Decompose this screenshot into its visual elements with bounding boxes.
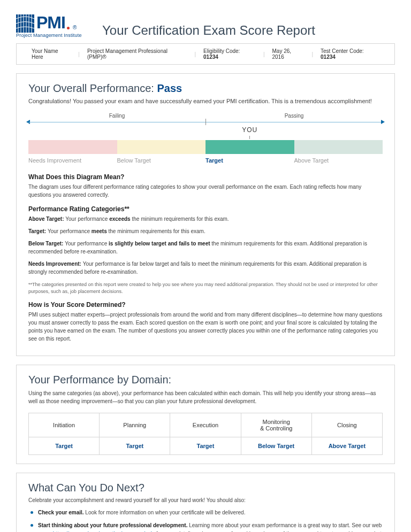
domain-val-initiation: Target: [29, 437, 100, 455]
bar-labels: Needs Improvement Below Target Target Ab…: [28, 157, 383, 164]
list-item: Check your email. Look for more informat…: [31, 508, 383, 517]
registered-mark: ®: [73, 25, 77, 30]
label-target: Target: [206, 157, 294, 164]
candidate-name: Your Name Here: [24, 48, 78, 60]
overall-heading: Your Overall Performance: Pass: [28, 82, 383, 95]
domain-heading: Your Performance by Domain:: [28, 374, 383, 386]
report-title: Your Certification Exam Score Report: [102, 23, 315, 38]
domain-col-closing: Closing: [311, 413, 382, 437]
logo-text: PMI: [36, 13, 70, 33]
pmi-logo: PMI ® Project Management Institute: [16, 13, 94, 38]
report-header: PMI ® Project Management Institute Your …: [16, 13, 395, 38]
label-above-target: Above Target: [294, 157, 383, 164]
scale-arrow-line: [28, 120, 383, 125]
scale-labels: Failing Passing: [28, 113, 383, 119]
logo-subtitle: Project Management Institute: [16, 33, 82, 38]
rating-above: Above Target: Your performance exceeds t…: [28, 215, 383, 223]
domain-table: Initiation Planning Execution Monitoring…: [28, 413, 383, 455]
result-value: Pass: [157, 82, 182, 94]
domain-val-execution: Target: [170, 437, 241, 455]
diagram-heading: What Does this Diagram Mean?: [28, 173, 383, 181]
rating-needs: Needs Improvement: Your performance is f…: [28, 260, 383, 276]
domain-val-closing: Above Target: [311, 437, 382, 455]
arrow-right-icon: [381, 120, 385, 124]
domain-col-monitoring: Monitoring& Controling: [241, 413, 311, 437]
domain-col-execution: Execution: [170, 413, 241, 437]
diagram-body: The diagram uses four different performa…: [28, 183, 383, 199]
domain-val-planning: Target: [100, 437, 170, 455]
domain-intro: Using the same categories (as above), yo…: [28, 389, 383, 405]
score-determined-body: PMI uses subject matter experts—project …: [28, 311, 383, 343]
label-below-target: Below Target: [117, 157, 206, 164]
rating-target: Target: Your performance meets the minim…: [28, 227, 383, 235]
bar-target: [206, 140, 294, 154]
overall-performance-section: Your Overall Performance: Pass Congratul…: [16, 73, 395, 356]
bar-needs-improvement: [28, 140, 117, 154]
domain-col-initiation: Initiation: [29, 413, 100, 437]
next-intro: Celebrate your accomplishment and reward…: [28, 497, 383, 503]
congrats-text: Congratulations! You passed your exam an…: [28, 98, 383, 104]
passing-label: Passing: [206, 113, 383, 119]
score-determined-heading: How is Your Score Determined?: [28, 301, 383, 309]
certification-name: Project Management Professional (PMP)®: [80, 48, 194, 60]
label-needs-improvement: Needs Improvement: [28, 157, 117, 164]
next-steps-section: What Can You Do Next? Celebrate your acc…: [16, 473, 395, 532]
list-item: Start thinking about your future profess…: [31, 521, 383, 532]
exam-date: May 26, 2016: [265, 48, 312, 60]
rating-below: Below Target: Your performance is slight…: [28, 240, 383, 256]
you-marker: YOU: [206, 126, 294, 139]
table-row: Target Target Target Below Target Above …: [29, 437, 383, 455]
ratings-disclaimer: **The categories presented on this repor…: [28, 281, 383, 295]
globe-icon: [16, 14, 34, 33]
ratings-heading: Performance Rating Categories**: [28, 205, 383, 213]
bar-above-target: [294, 140, 383, 154]
table-row: Initiation Planning Execution Monitoring…: [29, 413, 383, 437]
failing-label: Failing: [28, 113, 206, 119]
next-heading: What Can You Do Next?: [28, 482, 383, 494]
domain-col-planning: Planning: [100, 413, 170, 437]
performance-bars: [28, 140, 383, 154]
test-center-code: Test Center Code: 01234: [313, 48, 387, 60]
info-bar: Your Name Here | Project Management Prof…: [16, 43, 395, 65]
eligibility-code: Eligibility Code: 01234: [196, 48, 263, 60]
bar-below-target: [117, 140, 206, 154]
domain-performance-section: Your Performance by Domain: Using the sa…: [16, 365, 395, 464]
domain-val-monitoring: Below Target: [241, 437, 311, 455]
